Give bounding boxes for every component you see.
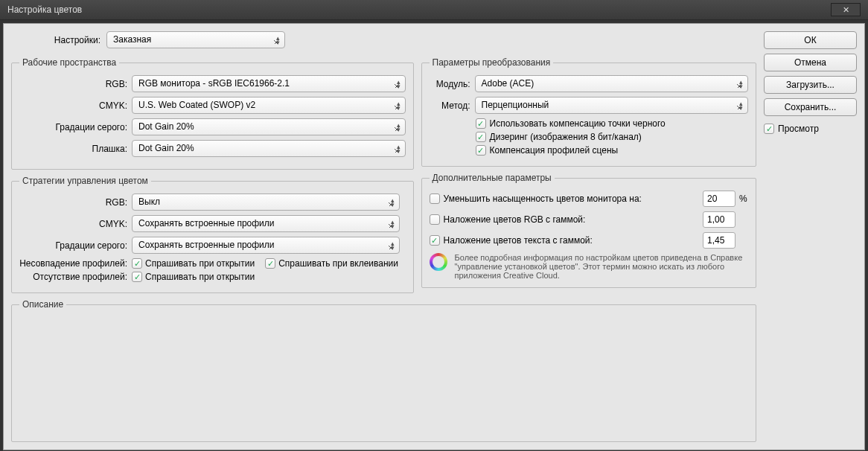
- advanced-group: Дополнительные параметры Уменьшить насыщ…: [421, 173, 756, 288]
- chevron-updown-icon: ▴▾: [397, 101, 401, 110]
- info-text: Более подробная информация по настройкам…: [455, 253, 748, 280]
- rgb-gamma-label: Наложение цветов RGB с гаммой:: [444, 214, 699, 225]
- chevron-updown-icon: ▴▾: [739, 80, 743, 89]
- settings-select[interactable]: Заказная ▴▾: [106, 31, 285, 48]
- text-gamma-checkbox[interactable]: ✓: [430, 235, 440, 246]
- policy-cmyk-select[interactable]: Сохранять встроенные профили ▴▾: [132, 215, 400, 232]
- load-button[interactable]: Загрузить...: [764, 76, 857, 94]
- policy-gray-select[interactable]: Сохранять встроенные профили ▴▾: [132, 237, 400, 254]
- mismatch-open-label: Спрашивать при открытии: [145, 258, 255, 269]
- gray-label: Градации серого:: [19, 122, 127, 132]
- settings-label: Настройки:: [48, 35, 100, 45]
- advanced-legend: Дополнительные параметры: [430, 173, 555, 183]
- chevron-updown-icon: ▴▾: [397, 80, 401, 89]
- bpc-checkbox[interactable]: ✓: [476, 118, 486, 129]
- policies-legend: Стратегии управления цветом: [19, 176, 151, 186]
- desat-input[interactable]: [703, 191, 735, 207]
- policy-cmyk-label: CMYK:: [19, 219, 127, 229]
- bpc-label: Использовать компенсацию точки черного: [490, 118, 666, 129]
- cancel-button[interactable]: Отмена: [764, 54, 857, 71]
- mismatch-label: Несовпадение профилей:: [19, 258, 127, 269]
- workspace-cmyk-select[interactable]: U.S. Web Coated (SWOP) v2 ▴▾: [132, 97, 406, 114]
- mismatch-paste-checkbox[interactable]: ✓: [265, 258, 275, 269]
- policy-gray-label: Градации серого:: [19, 240, 127, 251]
- save-button[interactable]: Сохранить...: [764, 98, 857, 116]
- workspace-gray-select[interactable]: Dot Gain 20% ▴▾: [132, 118, 406, 135]
- policy-rgb-label: RGB:: [19, 197, 127, 208]
- policies-group: Стратегии управления цветом RGB: Выкл ▴▾…: [11, 176, 414, 293]
- intent-select[interactable]: Перцепционный ▴▾: [475, 97, 748, 114]
- chevron-updown-icon: ▴▾: [391, 220, 395, 228]
- policy-rgb-select[interactable]: Выкл ▴▾: [132, 193, 400, 211]
- mismatch-paste-label: Спрашивать при вклеивании: [278, 258, 398, 269]
- chevron-updown-icon: ▴▾: [397, 144, 401, 153]
- desat-label: Уменьшить насыщенность цветов монитора н…: [444, 193, 699, 204]
- chevron-updown-icon: ▴▾: [391, 198, 395, 207]
- desat-checkbox[interactable]: [430, 193, 440, 204]
- side-buttons: ОК Отмена Загрузить... Сохранить... ✓ Пр…: [764, 31, 857, 442]
- conversion-group: Параметры преобразования Модуль: Adobe (…: [421, 57, 756, 167]
- ok-button[interactable]: ОК: [764, 31, 857, 49]
- engine-select[interactable]: Adobe (ACE) ▴▾: [475, 75, 748, 92]
- dialog-body: Настройки: Заказная ▴▾ Рабочие пространс…: [3, 23, 865, 450]
- color-wheel-icon: [430, 253, 447, 271]
- desat-unit: %: [739, 193, 748, 204]
- workspaces-group: Рабочие пространства RGB: RGB монитора -…: [11, 57, 414, 170]
- rgb-gamma-checkbox[interactable]: [430, 214, 440, 225]
- chevron-updown-icon: ▴▾: [739, 101, 743, 110]
- titlebar: Настройка цветов ✕: [0, 0, 868, 20]
- settings-value: Заказная: [113, 34, 151, 45]
- intent-label: Метод:: [430, 100, 470, 111]
- workspace-rgb-select[interactable]: RGB монитора - sRGB IEC61966-2.1 ▴▾: [132, 75, 406, 92]
- text-gamma-label: Наложение цветов текста с гаммой:: [444, 235, 699, 246]
- workspaces-legend: Рабочие пространства: [19, 57, 119, 68]
- scene-checkbox[interactable]: ✓: [476, 145, 486, 156]
- missing-label: Отсутствие профилей:: [19, 272, 127, 282]
- description-group: Описание: [11, 299, 756, 442]
- preview-checkbox[interactable]: ✓: [764, 124, 774, 134]
- rgb-gamma-input[interactable]: [703, 211, 735, 228]
- conversion-legend: Параметры преобразования: [430, 57, 554, 68]
- description-legend: Описание: [19, 299, 66, 310]
- spot-label: Плашка:: [19, 144, 127, 154]
- chevron-updown-icon: ▴▾: [276, 36, 280, 45]
- chevron-updown-icon: ▴▾: [391, 241, 395, 250]
- chevron-updown-icon: ▴▾: [397, 123, 401, 132]
- dither-checkbox[interactable]: ✓: [476, 132, 486, 142]
- missing-open-checkbox[interactable]: ✓: [132, 272, 142, 282]
- main-content: Настройки: Заказная ▴▾ Рабочие пространс…: [11, 31, 756, 442]
- workspace-spot-select[interactable]: Dot Gain 20% ▴▾: [132, 140, 406, 157]
- scene-label: Компенсация профилей сцены: [490, 145, 619, 156]
- dither-label: Дизеринг (изображения 8 бит/канал): [490, 132, 642, 142]
- rgb-label: RGB:: [19, 79, 127, 89]
- close-icon: ✕: [843, 5, 849, 15]
- engine-label: Модуль:: [430, 79, 470, 89]
- text-gamma-input[interactable]: [703, 232, 735, 249]
- close-button[interactable]: ✕: [831, 3, 861, 16]
- window-title: Настройка цветов: [7, 4, 82, 15]
- preview-label: Просмотр: [778, 124, 819, 134]
- cmyk-label: CMYK:: [19, 100, 127, 111]
- missing-open-label: Спрашивать при открытии: [145, 272, 255, 282]
- mismatch-open-checkbox[interactable]: ✓: [132, 258, 142, 269]
